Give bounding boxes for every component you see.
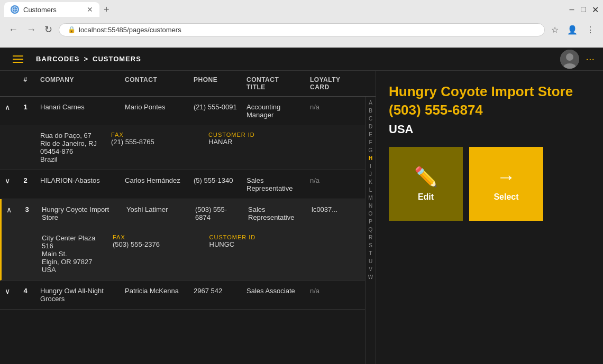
th-num: # <box>15 71 36 96</box>
contact-name: Carlos Hernández <box>121 174 189 186</box>
tab-close-button[interactable]: ✕ <box>87 5 93 14</box>
fax-section: FAX (21) 555-8765 <box>107 129 202 165</box>
alpha-U[interactable]: U <box>369 257 372 265</box>
alpha-K[interactable]: K <box>369 178 372 186</box>
table-row[interactable]: ∧ 1 Hanari Carnes Mario Pontes (21) 555-… <box>0 97 365 125</box>
row-detail: Rua do Paço, 67Rio de Janeiro, RJ05454-8… <box>0 125 365 170</box>
alpha-B[interactable]: B <box>369 107 372 115</box>
alpha-Q[interactable]: Q <box>369 226 373 234</box>
select-button[interactable]: → Select <box>469 147 543 221</box>
alpha-T[interactable]: T <box>369 249 372 257</box>
fax-number: (21) 555-8765 <box>111 138 198 146</box>
new-tab-button[interactable]: + <box>99 2 114 17</box>
alpha-R[interactable]: R <box>369 234 372 241</box>
loyalty-card: n/a <box>306 101 353 113</box>
row-num: 4 <box>15 285 36 297</box>
main-content: # COMPANY CONTACT PHONE CONTACTTITLE LOY… <box>0 71 603 364</box>
avatar[interactable] <box>560 50 579 69</box>
expand-button[interactable]: ∨ <box>0 285 15 297</box>
row-group: ∧ 3 Hungry Coyote Import Store Yoshi Lat… <box>0 199 365 281</box>
svg-point-4 <box>566 53 573 61</box>
bookmark-button[interactable]: ☆ <box>549 24 561 36</box>
alpha-D[interactable]: D <box>369 123 372 130</box>
tab-favicon <box>11 5 19 14</box>
alpha-A[interactable]: A <box>369 99 372 107</box>
row-num: 1 <box>15 101 36 113</box>
loyalty-card: lc0037... <box>307 203 355 216</box>
select-label: Select <box>494 192 518 202</box>
table-area: # COMPANY CONTACT PHONE CONTACTTITLE LOY… <box>0 71 376 364</box>
th-alpha <box>353 71 364 96</box>
row-group: ∨ 4 Hungry Owl All-Night Grocers Patrici… <box>0 281 365 310</box>
back-button[interactable]: ← <box>6 23 20 36</box>
table-row[interactable]: ∨ 2 HILARION-Abastos Carlos Hernández (5… <box>0 170 365 199</box>
th-company: COMPANY <box>36 71 121 96</box>
alpha-P[interactable]: P <box>369 218 372 226</box>
row-num: 3 <box>16 203 38 216</box>
th-loyalty: LOYALTYCARD <box>306 71 353 96</box>
window-maximize-button[interactable]: □ <box>580 6 587 13</box>
company-name: Hungry Owl All-Night Grocers <box>36 285 121 305</box>
profile-button[interactable]: 👤 <box>565 24 580 36</box>
breadcrumb: BARCODES > CUSTOMERS <box>36 55 141 63</box>
alpha-E[interactable]: E <box>369 130 372 138</box>
alpha-V[interactable]: V <box>369 265 372 273</box>
lock-icon: 🔒 <box>68 26 76 33</box>
table-row[interactable]: ∧ 3 Hungry Coyote Import Store Yoshi Lat… <box>2 199 365 228</box>
menu-button[interactable]: ⋮ <box>584 24 597 36</box>
browser-tab[interactable]: Customers ✕ <box>4 2 99 17</box>
fax-label: FAX <box>113 234 199 240</box>
table-row[interactable]: ∨ 4 Hungry Owl All-Night Grocers Patrici… <box>0 281 365 309</box>
breadcrumb-root[interactable]: BARCODES <box>36 55 79 63</box>
window-close-button[interactable]: ✕ <box>591 6 599 13</box>
hamburger-menu-button[interactable] <box>8 53 28 65</box>
alpha-N[interactable]: N <box>369 202 372 210</box>
th-expand <box>0 71 15 96</box>
expand-button[interactable]: ∧ <box>0 101 15 114</box>
alpha-C[interactable]: C <box>369 115 372 123</box>
detail-actions: ✏️ Edit → Select <box>389 147 590 221</box>
breadcrumb-separator: > <box>84 55 88 63</box>
expand-button[interactable]: ∧ <box>2 203 16 216</box>
address: City Center Plaza 516Main St.Elgin, OR 9… <box>38 232 106 276</box>
alpha-W[interactable]: W <box>368 273 373 281</box>
alpha-L[interactable]: L <box>369 186 372 194</box>
tab-title: Customers <box>23 6 57 14</box>
alpha-M[interactable]: M <box>368 194 372 202</box>
company-name: Hanari Carnes <box>36 101 121 113</box>
refresh-button[interactable]: ↻ <box>42 23 54 36</box>
forward-button[interactable]: → <box>24 23 38 36</box>
th-phone: PHONE <box>189 71 242 96</box>
more-options-button[interactable]: ··· <box>586 53 595 65</box>
window-minimize-button[interactable]: – <box>568 6 575 13</box>
cid-section: CUSTOMER ID HUNGC <box>205 232 269 276</box>
address: Rua do Paço, 67Rio de Janeiro, RJ05454-8… <box>36 129 105 165</box>
alpha-F[interactable]: F <box>369 138 372 146</box>
alpha-G[interactable]: G <box>369 146 373 154</box>
alpha-S[interactable]: S <box>369 241 372 249</box>
phone-num: (503) 555-6874 <box>191 203 244 223</box>
loyalty-card: n/a <box>306 174 353 186</box>
row-group: ∨ 2 HILARION-Abastos Carlos Hernández (5… <box>0 170 365 199</box>
contact-name: Mario Pontes <box>121 101 189 113</box>
phone-num: (21) 555-0091 <box>189 101 242 113</box>
contact-title: Accounting Manager <box>242 101 306 121</box>
app-header: BARCODES > CUSTOMERS ··· <box>0 48 603 71</box>
hamburger-line <box>13 62 23 63</box>
fax-label: FAX <box>111 132 198 138</box>
fax-number: (503) 555-2376 <box>113 240 199 248</box>
alpha-O[interactable]: O <box>369 210 373 218</box>
alpha-I[interactable]: I <box>370 162 371 170</box>
address-bar[interactable]: 🔒 localhost:55485/pages/customers <box>59 23 545 36</box>
cid-label: CUSTOMER ID <box>208 132 263 138</box>
row-num: 2 <box>15 174 36 186</box>
company-name: HILARION-Abastos <box>36 174 121 186</box>
arrow-right-icon: → <box>497 166 516 188</box>
alpha-J[interactable]: J <box>369 170 372 178</box>
expand-button[interactable]: ∨ <box>0 174 15 187</box>
contact-title: Sales Associate <box>242 285 306 297</box>
alpha-H[interactable]: H <box>369 154 372 162</box>
edit-button[interactable]: ✏️ Edit <box>389 147 463 221</box>
row-group: ∧ 1 Hanari Carnes Mario Pontes (21) 555-… <box>0 97 365 170</box>
detail-country: USA <box>389 123 590 136</box>
